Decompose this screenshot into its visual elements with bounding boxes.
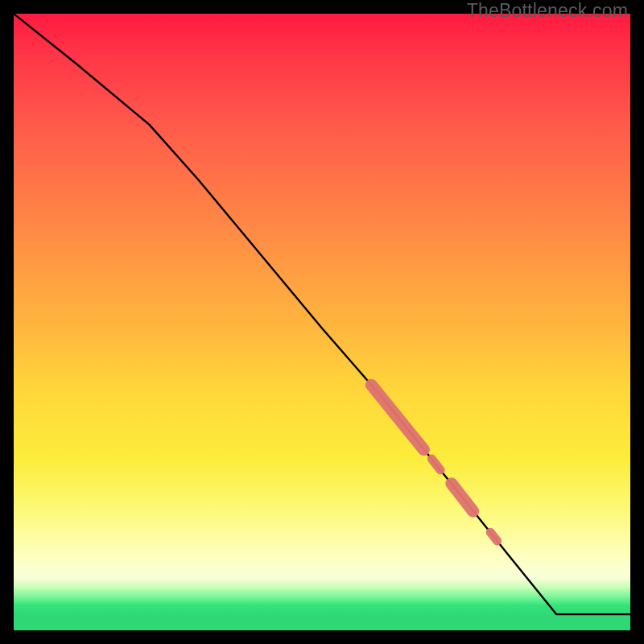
highlight-segment bbox=[490, 532, 497, 541]
chart-stage: TheBottleneck.com bbox=[0, 0, 644, 644]
chart-plot-area bbox=[14, 14, 630, 630]
highlight-segment bbox=[452, 484, 473, 511]
highlight-segment bbox=[371, 385, 423, 449]
curve-path bbox=[14, 14, 630, 614]
watermark-text: TheBottleneck.com bbox=[467, 0, 628, 22]
highlight-segment bbox=[431, 459, 440, 470]
chart-curve bbox=[14, 14, 630, 614]
chart-overlay-svg bbox=[14, 14, 630, 630]
